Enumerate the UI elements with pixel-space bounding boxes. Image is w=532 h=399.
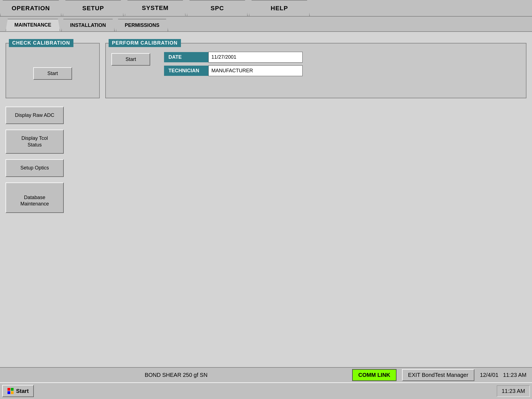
perform-inner: Start DATE TECHNICIAN	[111, 49, 520, 76]
windows-icon	[7, 388, 14, 394]
main-content: CHECK CALIBRATION Start PERFORM CALIBRAT…	[0, 32, 532, 399]
svg-rect-1	[11, 388, 14, 391]
tab-operation[interactable]: OPERATION	[0, 0, 62, 16]
setup-optics-button[interactable]: Setup Optics	[6, 159, 64, 177]
taskbar: Start 11:23 AM	[0, 382, 532, 399]
display-raw-adc-button[interactable]: Display Raw ADC	[6, 107, 64, 124]
fields-section: DATE TECHNICIAN	[164, 52, 303, 76]
subtab-maintenance[interactable]: MAINTENANCE	[6, 19, 60, 31]
start-button[interactable]: Start	[2, 385, 34, 397]
sub-nav: MAINTENANCE INSTALLATION PERMISSIONS	[0, 17, 532, 32]
taskbar-clock: 11:23 AM	[497, 385, 530, 397]
svg-rect-2	[7, 391, 10, 394]
perform-calibration-panel: PERFORM CALIBRATION Start DATE	[105, 43, 526, 98]
subtab-permissions[interactable]: PERMISSIONS	[116, 19, 168, 31]
date-input[interactable]	[208, 52, 303, 63]
check-calibration-title: CHECK CALIBRATION	[9, 39, 73, 47]
tab-setup[interactable]: SETUP	[63, 0, 124, 16]
perform-calibration-start-button[interactable]: Start	[111, 53, 150, 66]
top-nav: OPERATION SETUP SYSTEM SPC HELP	[0, 0, 532, 17]
bond-info: BOND SHEAR 250 gf SN	[6, 372, 347, 378]
technician-label: TECHNICIAN	[164, 66, 208, 76]
status-datetime: 12/4/01 11:23 AM	[480, 372, 526, 378]
comm-link-button[interactable]: COMM LINK	[352, 369, 397, 381]
tab-help[interactable]: HELP	[249, 0, 310, 16]
technician-input[interactable]	[208, 65, 303, 76]
perform-calibration-title: PERFORM CALIBRATION	[109, 39, 181, 47]
check-calibration-panel: CHECK CALIBRATION Start	[6, 43, 100, 98]
display-tcol-status-button[interactable]: Display Tcol Status	[6, 130, 64, 154]
subtab-installation[interactable]: INSTALLATION	[61, 19, 115, 31]
exit-button[interactable]: EXIT BondTest Manager	[402, 369, 475, 381]
svg-rect-3	[11, 391, 14, 394]
date-label: DATE	[164, 52, 208, 62]
svg-rect-0	[7, 388, 10, 391]
tab-spc[interactable]: SPC	[187, 0, 248, 16]
side-buttons: Display Raw ADC Display Tcol Status Setu…	[6, 107, 526, 213]
technician-field-row: TECHNICIAN	[164, 65, 303, 76]
panels-row: CHECK CALIBRATION Start PERFORM CALIBRAT…	[6, 37, 526, 98]
status-bar: BOND SHEAR 250 gf SN COMM LINK EXIT Bond…	[0, 367, 532, 382]
tab-system[interactable]: SYSTEM	[125, 0, 186, 16]
check-calibration-start-button[interactable]: Start	[33, 67, 72, 80]
database-maintenance-button[interactable]: Database Maintenance	[6, 182, 64, 213]
date-field-row: DATE	[164, 52, 303, 63]
